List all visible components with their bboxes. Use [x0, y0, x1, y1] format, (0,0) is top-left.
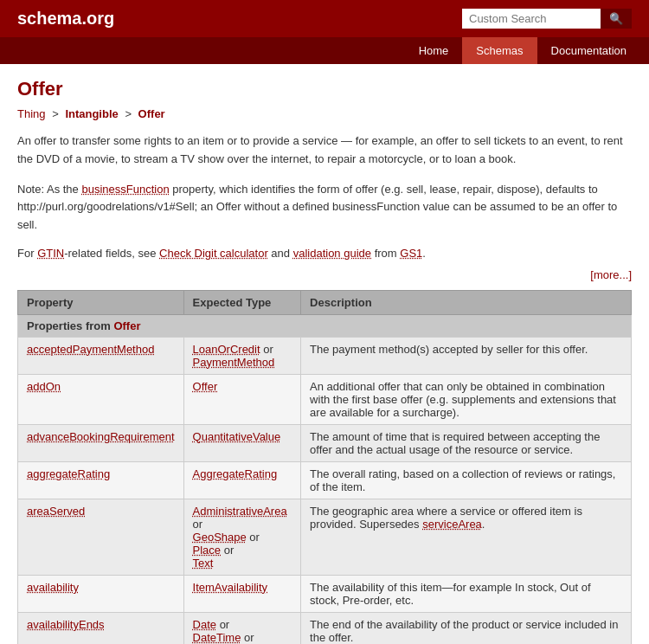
type-link[interactable]: LoanOrCredit: [193, 343, 260, 356]
page-description: An offer to transfer some rights to an i…: [17, 132, 632, 169]
type-link[interactable]: GeoShape: [193, 531, 247, 544]
description-cell: The end of the availability of the produ…: [301, 612, 632, 644]
col-expected-type: Expected Type: [183, 290, 301, 314]
table-row: aggregateRatingAggregateRatingThe overal…: [18, 461, 632, 499]
main-content: Offer Thing > Intangible > Offer An offe…: [0, 64, 649, 644]
table-row: advanceBookingRequirementQuantitativeVal…: [18, 424, 632, 461]
property-cell: aggregateRating: [18, 461, 184, 499]
property-link[interactable]: acceptedPaymentMethod: [27, 343, 154, 356]
type-link[interactable]: Text: [193, 557, 214, 570]
description-cell: An additional offer that can only be obt…: [301, 374, 632, 424]
type-cell: Date orDateTime orTime: [183, 612, 301, 644]
offer-section-link[interactable]: Offer: [113, 319, 140, 332]
type-link[interactable]: AggregateRating: [193, 467, 278, 480]
property-link[interactable]: availability: [27, 581, 79, 594]
property-cell: acceptedPaymentMethod: [18, 337, 184, 374]
property-cell: areaServed: [18, 499, 184, 575]
more-link[interactable]: [more...]: [17, 268, 632, 281]
table-row: availabilityItemAvailabilityThe availabi…: [18, 575, 632, 612]
type-cell: QuantitativeValue: [183, 424, 301, 461]
table-row: addOnOfferAn additional offer that can o…: [18, 374, 632, 424]
type-link[interactable]: Date: [193, 618, 216, 631]
search-input[interactable]: [462, 9, 601, 29]
gtin-link[interactable]: GTIN: [37, 247, 64, 260]
property-cell: advanceBookingRequirement: [18, 424, 184, 461]
nav-home[interactable]: Home: [405, 37, 463, 64]
property-cell: addOn: [18, 374, 184, 424]
breadcrumb: Thing > Intangible > Offer: [17, 107, 632, 120]
type-link[interactable]: Offer: [193, 380, 218, 393]
type-link[interactable]: Place: [193, 544, 222, 557]
type-cell: LoanOrCredit orPaymentMethod: [183, 337, 301, 374]
breadcrumb-current[interactable]: Offer: [138, 107, 165, 120]
type-cell: ItemAvailability: [183, 575, 301, 612]
type-link[interactable]: DateTime: [193, 631, 241, 644]
breadcrumb-intangible[interactable]: Intangible: [65, 107, 118, 120]
breadcrumb-thing[interactable]: Thing: [17, 107, 46, 120]
property-cell: availability: [18, 575, 184, 612]
page-note: Note: As the businessFunction property, …: [17, 181, 632, 235]
service-area-link[interactable]: serviceArea: [422, 518, 482, 531]
type-link[interactable]: AdministrativeArea: [193, 505, 287, 518]
col-property: Property: [18, 290, 184, 314]
property-link[interactable]: areaServed: [27, 505, 85, 518]
nav-documentation[interactable]: Documentation: [537, 37, 640, 64]
property-link[interactable]: availabilityEnds: [27, 618, 105, 631]
col-description: Description: [301, 290, 632, 314]
description-cell: The geographic area where a service or o…: [301, 499, 632, 575]
description-cell: The payment method(s) accepted by seller…: [301, 337, 632, 374]
description-cell: The availability of this item—for exampl…: [301, 575, 632, 612]
type-cell: AggregateRating: [183, 461, 301, 499]
check-digit-link[interactable]: Check Digit calculator: [159, 247, 268, 260]
search-button[interactable]: 🔍: [601, 9, 632, 29]
type-link[interactable]: QuantitativeValue: [193, 430, 281, 443]
description-cell: The amount of time that is required betw…: [301, 424, 632, 461]
property-link[interactable]: aggregateRating: [27, 467, 110, 480]
gs1-link[interactable]: GS1: [400, 247, 422, 260]
site-logo: schema.org: [17, 9, 114, 29]
section-header-row: Properties from Offer: [18, 314, 632, 337]
business-function-link[interactable]: businessFunction: [81, 183, 169, 196]
validation-guide-link[interactable]: validation guide: [293, 247, 371, 260]
description-cell: The overall rating, based on a collectio…: [301, 461, 632, 499]
property-cell: availabilityEnds: [18, 612, 184, 644]
table-row: acceptedPaymentMethodLoanOrCredit orPaym…: [18, 337, 632, 374]
table-row: areaServedAdministrativeArea orGeoShape …: [18, 499, 632, 575]
nav-bar: Home Schemas Documentation: [0, 37, 649, 64]
type-link[interactable]: ItemAvailability: [193, 581, 267, 594]
search-form: 🔍: [462, 9, 632, 29]
page-title: Offer: [17, 78, 632, 100]
type-cell: AdministrativeArea orGeoShape orPlace or…: [183, 499, 301, 575]
property-link[interactable]: addOn: [27, 380, 61, 393]
top-header: schema.org 🔍: [0, 0, 649, 37]
gtin-note: For GTIN-related fields, see Check Digit…: [17, 247, 632, 260]
table-row: availabilityEndsDate orDateTime orTimeTh…: [18, 612, 632, 644]
type-link[interactable]: PaymentMethod: [193, 356, 275, 369]
nav-schemas[interactable]: Schemas: [462, 37, 537, 64]
type-cell: Offer: [183, 374, 301, 424]
schema-table: Property Expected Type Description Prope…: [17, 290, 632, 644]
property-link[interactable]: advanceBookingRequirement: [27, 430, 175, 443]
